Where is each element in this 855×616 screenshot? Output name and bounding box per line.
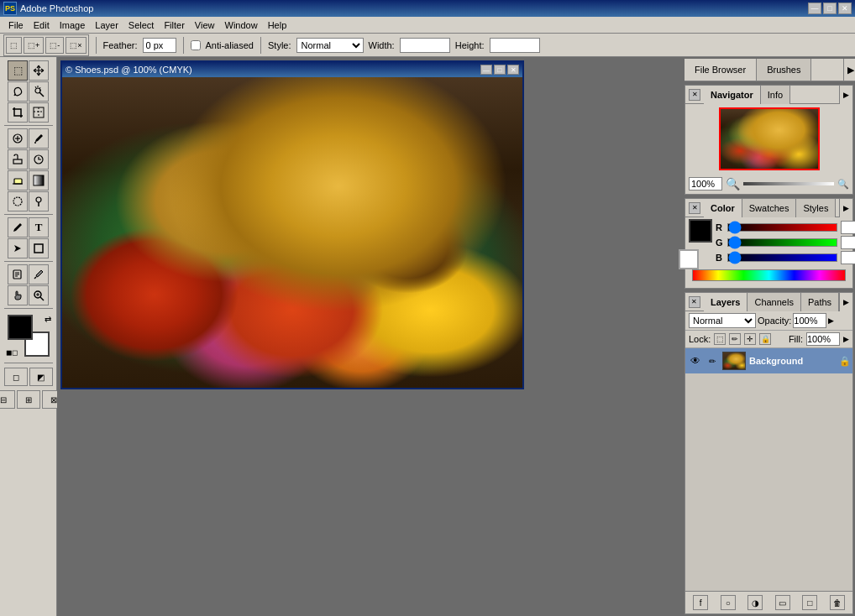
history-tool[interactable] [29,149,49,170]
menu-edit[interactable]: Edit [29,17,55,34]
brush-tool[interactable] [29,128,49,149]
add-selection-btn[interactable]: ⬚+ [24,37,44,54]
minimize-button[interactable]: — [808,3,821,14]
layer-edit-icon[interactable]: ✏ [706,354,719,368]
maximize-button[interactable]: □ [823,3,837,14]
blur-tool[interactable] [8,191,28,211]
style-select[interactable]: Normal Fixed Aspect Ratio Fixed Size [296,38,364,53]
color-spectrum-bar[interactable] [692,269,846,281]
width-input[interactable] [400,38,450,53]
navigator-preview[interactable] [719,107,820,170]
new-adjustment-btn[interactable]: ◑ [747,595,763,610]
notes-tool[interactable] [8,264,28,285]
lock-all-btn[interactable]: 🔒 [759,333,771,345]
tab-brushes[interactable]: Brushes [757,59,811,81]
foreground-color[interactable] [8,315,33,340]
doc-minimize-btn[interactable]: — [480,65,492,75]
tab-navigator[interactable]: Navigator [704,86,761,104]
navigator-zoom-slider[interactable] [743,182,834,185]
color-panel-arrow[interactable]: ▶ [839,199,852,217]
menu-select[interactable]: Select [123,17,160,34]
menu-file[interactable]: File [3,17,29,34]
tab-color[interactable]: Color [704,199,742,217]
new-mask-btn[interactable]: ○ [721,595,736,610]
layers-panel-close[interactable]: ✕ [689,296,700,308]
menu-layer[interactable]: Layer [90,17,123,34]
fullscreen-menu-btn[interactable]: ⊞ [17,390,40,409]
tab-channels[interactable]: Channels [747,293,800,311]
canvas-area[interactable]: © Shoes.psd @ 100% (CMYK) — □ ✕ [57,57,683,616]
height-input[interactable] [490,38,540,53]
layers-panel-arrow[interactable]: ▶ [839,293,852,311]
eraser-tool[interactable] [8,170,28,191]
crop-tool[interactable] [8,102,28,123]
color-panel-close[interactable]: ✕ [689,202,700,214]
marquee-tool[interactable]: ⬚ [8,60,28,81]
new-selection-btn[interactable]: ⬚ [6,37,22,54]
opacity-arrow[interactable]: ▶ [828,316,834,325]
default-colors[interactable]: ◼◻ [6,348,18,357]
delete-layer-btn[interactable]: 🗑 [830,595,845,610]
blend-mode-select[interactable]: Normal Multiply Screen [689,313,756,328]
top-right-menu-arrow[interactable]: ▶ [843,59,855,81]
feather-input[interactable] [143,38,176,53]
pen-tool[interactable] [8,217,28,238]
menu-help[interactable]: Help [263,17,292,34]
zoom-tool[interactable] [29,285,49,305]
new-group-btn[interactable]: ▭ [775,595,790,610]
magic-wand-tool[interactable] [29,81,49,102]
hand-tool[interactable] [8,285,28,305]
dodge-tool[interactable] [29,191,49,211]
zoom-out-icon[interactable]: 🔍 [726,177,740,191]
g-slider[interactable] [727,238,837,247]
intersect-selection-btn[interactable]: ⬚× [66,37,86,54]
document-canvas[interactable] [62,77,522,388]
fill-arrow[interactable]: ▶ [843,335,849,343]
menu-view[interactable]: View [190,17,220,34]
tab-layers[interactable]: Layers [704,293,747,311]
tab-paths[interactable]: Paths [801,293,839,311]
menu-filter[interactable]: Filter [159,17,189,34]
lock-transparent-btn[interactable]: ⬚ [714,333,726,345]
background-swatch[interactable] [679,249,699,269]
layer-visibility-toggle[interactable]: 👁 [689,354,702,368]
fill-input[interactable] [806,332,840,346]
eyedropper-tool[interactable] [29,264,49,285]
navigator-panel-arrow[interactable]: ▶ [839,86,852,104]
standard-mode-btn[interactable]: ◻ [4,368,28,386]
b-slider[interactable] [727,253,837,262]
lock-image-btn[interactable]: ✏ [729,333,741,345]
path-select-tool[interactable] [8,238,28,258]
menu-window[interactable]: Window [220,17,263,34]
tab-styles[interactable]: Styles [796,199,836,217]
opacity-input[interactable] [793,313,826,328]
doc-close-btn[interactable]: ✕ [507,65,519,75]
close-button[interactable]: ✕ [838,3,852,14]
layer-item-background[interactable]: 👁 ✏ Background 🔒 [685,348,852,373]
tab-info[interactable]: Info [761,86,790,104]
r-slider[interactable] [727,223,837,232]
type-tool[interactable]: T [29,217,49,238]
stamp-tool[interactable] [8,149,28,170]
zoom-in-icon[interactable]: 🔍 [837,179,849,190]
slice-tool[interactable] [29,102,49,123]
standard-screen-btn[interactable]: ⊟ [0,390,15,409]
tab-swatches[interactable]: Swatches [742,199,797,217]
lock-position-btn[interactable]: ✛ [744,333,756,345]
layer-fx-btn[interactable]: f [693,595,708,610]
navigator-panel-close[interactable]: ✕ [689,89,700,101]
anti-aliased-checkbox[interactable] [191,40,201,50]
quick-mask-btn[interactable]: ◩ [29,368,53,386]
new-layer-btn[interactable]: □ [802,595,817,610]
shape-tool[interactable] [29,238,49,258]
tab-file-browser[interactable]: File Browser [685,59,757,81]
heal-tool[interactable] [8,128,28,149]
move-tool[interactable] [29,60,49,81]
foreground-swatch[interactable] [689,219,712,243]
r-value[interactable]: 0 [841,221,855,234]
gradient-tool[interactable] [29,170,49,191]
subtract-selection-btn[interactable]: ⬚- [45,37,64,54]
menu-image[interactable]: Image [55,17,91,34]
lasso-tool[interactable] [8,81,28,102]
g-value[interactable]: 0 [841,236,855,249]
